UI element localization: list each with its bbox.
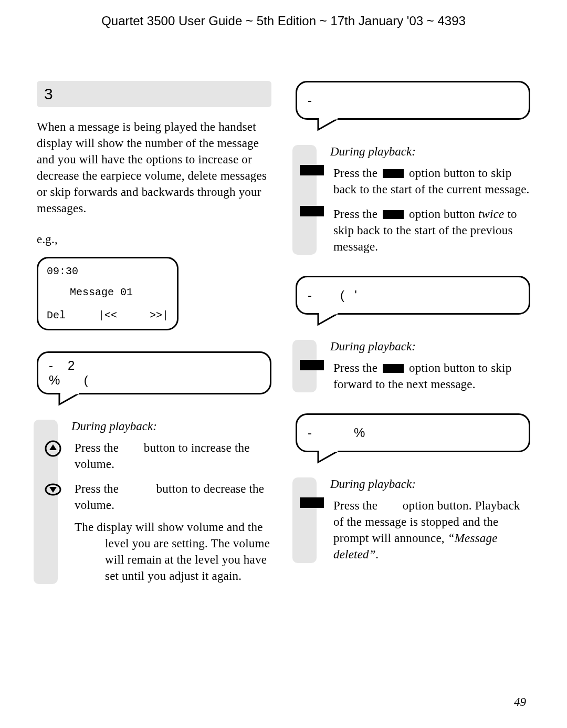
t: Press the <box>333 499 381 512</box>
lcd-softkey-rwd: |<< <box>98 308 117 324</box>
black-key-icon <box>300 165 324 175</box>
during-playback-label: During playback: <box>71 420 271 433</box>
bubble-tail-icon <box>296 120 530 138</box>
left-column: 3 When a message is being played the han… <box>37 81 271 592</box>
text: Press the <box>75 482 122 495</box>
black-key-icon <box>300 497 324 508</box>
volume-note: The display will show volume and the lev… <box>71 522 271 584</box>
during-playback-label: During playback: <box>330 145 530 159</box>
bubble-tail-icon <box>37 394 271 412</box>
page: Quartet 3500 User Guide ~ 5th Edition ~ … <box>0 0 567 728</box>
skip-forward-bubble: - ( ' <box>296 276 530 315</box>
delete-block: - % During playback: Press the option bu… <box>296 413 530 563</box>
two-column-layout: 3 When a message is being played the han… <box>37 81 530 592</box>
text: The display will show volume and the lev… <box>75 519 271 584</box>
during-playback-label: During playback: <box>330 340 530 353</box>
lcd-softkey-fwd: >>| <box>150 308 169 324</box>
t: Press the <box>333 207 381 221</box>
skip-back-block: - During playback: Press the option butt… <box>296 81 530 255</box>
volume-block: - 2 % ( During playback: Press the butto… <box>37 351 271 584</box>
black-key-icon <box>383 210 404 219</box>
page-number: 49 <box>514 695 526 709</box>
lcd-message: Message 01 <box>70 285 133 300</box>
volume-bubble: - 2 % ( <box>37 351 271 394</box>
t: Press the <box>333 167 381 180</box>
intro-paragraph: When a message is being played the hands… <box>37 119 271 216</box>
up-arrow-icon <box>41 440 65 472</box>
bubble-tail-icon <box>296 452 530 470</box>
black-key-icon <box>300 206 324 216</box>
text: Press the <box>75 441 122 454</box>
black-key-icon <box>300 360 324 370</box>
black-key-icon <box>383 169 404 178</box>
skip-back-bubble: - <box>296 81 530 120</box>
lcd-time: 09:30 <box>47 264 78 279</box>
page-header: Quartet 3500 User Guide ~ 5th Edition ~ … <box>37 14 530 28</box>
right-column: - During playback: Press the option butt… <box>296 81 530 592</box>
section-number-bar: 3 <box>37 81 271 107</box>
down-arrow-icon <box>41 481 65 513</box>
t: option button <box>406 207 478 221</box>
delete-bubble: - % <box>296 413 530 452</box>
volume-down-step: Press the button to decrease the volume. <box>71 481 271 513</box>
volume-up-step: Press the button to increase the volume. <box>71 440 271 472</box>
eg-label: e.g., <box>37 231 271 247</box>
during-playback-label: During playback: <box>330 477 530 491</box>
t: Press the <box>333 361 381 375</box>
black-key-icon <box>383 364 404 373</box>
lcd-softkey-del: Del <box>47 308 66 324</box>
skip-forward-block: - ( ' During playback: Press the option … <box>296 276 530 392</box>
bubble-tail-icon <box>296 315 530 332</box>
twice-emph: twice <box>478 207 505 221</box>
lcd-display-mock: 09:30 Message 01 Del |<< >>| <box>37 257 178 330</box>
